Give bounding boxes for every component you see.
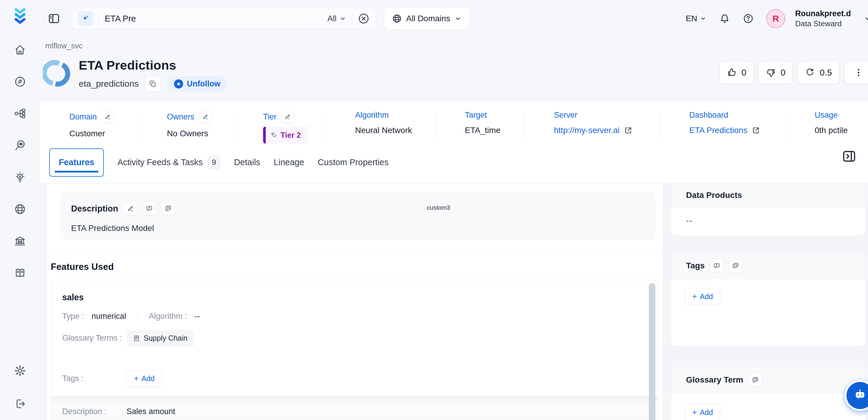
version-button[interactable]: 0.5 — [798, 61, 839, 84]
add-feature-tag-label: Add — [142, 374, 155, 383]
domains-icon[interactable] — [14, 203, 26, 215]
domain-label[interactable]: Domain — [69, 112, 97, 121]
version-history-icon — [805, 67, 815, 78]
tab-bar: Features Activity Feeds & Tasks 9 Detail… — [40, 142, 868, 183]
entity-actions: 0 0 0.5 — [720, 61, 868, 84]
external-link-icon[interactable] — [751, 126, 761, 135]
glossary-conversation-button[interactable] — [749, 373, 762, 387]
breadcrumb[interactable]: mlflow_svc — [45, 41, 868, 51]
add-tag-button[interactable]: + Add — [685, 288, 720, 305]
glossary-icon[interactable] — [14, 267, 26, 279]
external-link-icon[interactable] — [624, 126, 633, 135]
unfollow-label: Unfollow — [187, 79, 220, 88]
tags-conversation-button[interactable] — [729, 259, 742, 272]
glossary-term-title: Glossary Term — [686, 375, 743, 385]
chevron-down-icon — [339, 15, 346, 22]
edit-description-button[interactable] — [124, 202, 137, 215]
feature-name[interactable]: sales — [62, 293, 637, 302]
logout-icon[interactable] — [14, 398, 26, 410]
tab-features[interactable]: Features — [49, 148, 104, 177]
page-head: mlflow_svc ETA Predictions eta_predictio… — [40, 37, 868, 102]
tier-label[interactable]: Tier — [263, 112, 277, 121]
meta-divider — [137, 312, 138, 321]
global-search[interactable]: All — [72, 8, 376, 29]
app-window: All All Domains EN R Rounakpreet.d Data … — [0, 0, 868, 420]
feature-description-value: Sales amount — [127, 407, 175, 416]
features-tab-panel: Description custom3 ETA Predictions Mode… — [47, 183, 662, 420]
info-group-target: Target ETA_time — [436, 111, 525, 142]
edit-tier-button[interactable] — [281, 111, 294, 123]
tier-value: Tier 2 — [280, 131, 301, 140]
help-icon[interactable] — [743, 13, 754, 24]
domain-filter-button[interactable]: All Domains — [384, 8, 469, 30]
add-tag-label: Add — [700, 292, 713, 301]
data-products-title: Data Products — [686, 190, 742, 200]
avatar[interactable]: R — [766, 9, 785, 28]
search-input[interactable] — [104, 13, 328, 24]
home-icon[interactable] — [14, 44, 26, 56]
tab-custom-properties[interactable]: Custom Properties — [318, 157, 389, 167]
data-flow-icon[interactable] — [14, 107, 26, 120]
explore-icon[interactable] — [14, 76, 26, 88]
more-actions-button[interactable] — [844, 61, 868, 84]
observability-icon[interactable] — [14, 139, 26, 152]
app-logo-icon[interactable] — [11, 7, 29, 26]
chevron-down-icon[interactable] — [863, 14, 868, 23]
governance-icon[interactable] — [14, 235, 26, 247]
feature-description-row: Description : Sales amount — [51, 396, 658, 416]
dashboard-link[interactable]: ETA Predictions — [689, 126, 747, 135]
server-label: Server — [554, 111, 578, 120]
tab-details-label: Details — [234, 157, 260, 167]
entity-header-card: Domain Customer Owners No Owners Tier Ti… — [40, 102, 868, 183]
tab-details[interactable]: Details — [234, 157, 260, 167]
tab-activity-label: Activity Feeds & Tasks — [117, 157, 203, 167]
dashboard-label: Dashboard — [689, 111, 728, 120]
description-heading: Description — [71, 204, 118, 214]
tab-activity[interactable]: Activity Feeds & Tasks 9 — [117, 155, 221, 170]
add-glossary-term-button[interactable]: + Add — [685, 404, 720, 420]
downvote-button[interactable]: 0 — [759, 61, 793, 84]
glossary-term-label: Supply Chain — [144, 334, 188, 342]
owners-label[interactable]: Owners — [167, 112, 194, 121]
search-scope-select[interactable]: All — [328, 14, 346, 23]
request-description-button[interactable] — [143, 202, 156, 215]
glossary-term-chip[interactable]: Supply Chain — [127, 330, 194, 347]
thumbs-down-icon — [766, 67, 776, 78]
settings-icon[interactable] — [14, 365, 26, 377]
language-select[interactable]: EN — [686, 14, 707, 23]
copy-name-button[interactable] — [145, 76, 160, 91]
user-menu[interactable]: Rounakpreet.d Data Steward — [795, 9, 851, 28]
tab-lineage[interactable]: Lineage — [274, 157, 304, 167]
feature-description-label: Description : — [62, 407, 127, 416]
description-conversation-button[interactable] — [161, 202, 175, 215]
request-tags-button[interactable] — [710, 259, 723, 272]
mlflow-service-icon — [43, 59, 72, 88]
edit-domain-button[interactable] — [101, 111, 114, 123]
info-group-tier: Tier Tier 2 — [234, 111, 326, 142]
chat-bubbles-icon — [164, 205, 172, 212]
tags-title: Tags — [686, 261, 705, 270]
clear-search-icon[interactable] — [358, 12, 370, 25]
insights-icon[interactable] — [14, 171, 26, 183]
add-feature-tag-button[interactable]: + Add — [127, 370, 162, 387]
section-divider — [51, 252, 658, 252]
tier-badge[interactable]: Tier 2 — [263, 126, 309, 144]
notifications-bell-icon[interactable] — [719, 13, 730, 24]
sidebar-toggle-icon[interactable] — [48, 12, 60, 25]
unfollow-button[interactable]: Unfollow — [167, 76, 227, 91]
upvote-button[interactable]: 0 — [720, 61, 753, 84]
copy-icon — [149, 80, 157, 88]
feature-footer: Description : Sales amount — [51, 396, 658, 420]
chevron-down-icon — [700, 15, 707, 22]
upvote-count: 0 — [741, 67, 746, 78]
feature-tags-row: Tags : + Add — [62, 370, 637, 387]
activity-count-badge: 9 — [207, 155, 220, 170]
user-role: Data Steward — [795, 19, 851, 29]
feature-list-scrollbar[interactable] — [649, 283, 655, 420]
edit-owners-button[interactable] — [199, 111, 212, 123]
collapse-right-panel-icon[interactable] — [841, 149, 857, 164]
server-link[interactable]: http://my-server.ai — [554, 126, 620, 135]
tags-card: Tags + Add — [671, 252, 866, 347]
ai-sparkle-icon[interactable] — [78, 11, 93, 26]
domain-filter-label: All Domains — [406, 14, 450, 23]
